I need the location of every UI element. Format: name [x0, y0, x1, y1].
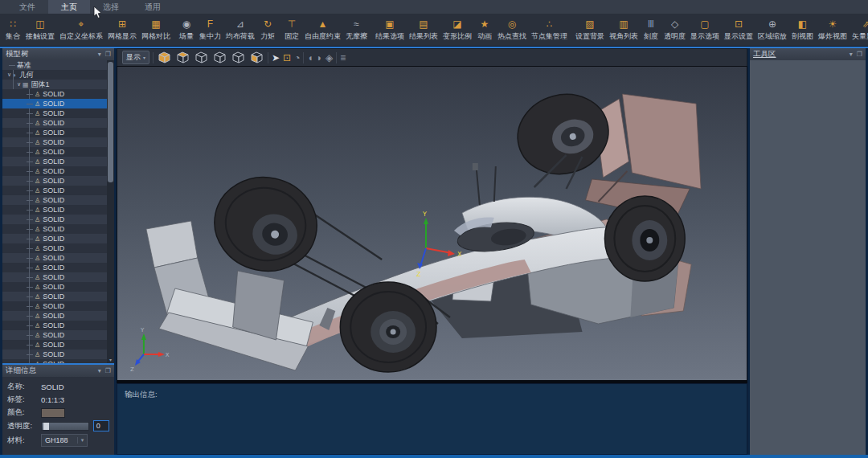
- viewport-3d[interactable]: Y X Z Y X Z: [117, 66, 747, 381]
- tree-item-solid[interactable]: ♙SOLID: [2, 89, 114, 99]
- expander-icon[interactable]: ∨: [6, 72, 13, 78]
- ribbon-item-display-settings[interactable]: ⊡显示设置: [722, 14, 755, 46]
- ribbon-item-result-options[interactable]: ▣结果选项: [373, 14, 407, 46]
- ribbon-item-exploded-view[interactable]: ☀爆炸视图: [816, 14, 850, 46]
- ribbon-item-scale[interactable]: Ⅲ刻度: [641, 14, 661, 46]
- ribbon-item-node-set-manager[interactable]: ∴节点集管理: [529, 14, 570, 46]
- tree-item-solid[interactable]: ♙SOLID: [2, 128, 114, 137]
- ribbon-item-animation[interactable]: ★动画: [474, 14, 495, 46]
- ribbon-item-mesh-compare[interactable]: ▦网格对比: [139, 14, 173, 46]
- tree-item-solid[interactable]: ♙SOLID: [2, 176, 114, 186]
- expander-icon[interactable]: ∨: [15, 81, 23, 88]
- tree-item-solid[interactable]: ♙SOLID: [2, 253, 114, 263]
- ribbon-item-background-settings[interactable]: ▨设置背景: [573, 14, 607, 46]
- tree-item-solid[interactable]: ♙SOLID: [2, 137, 114, 147]
- view-cube-wire-3-icon[interactable]: [231, 51, 246, 64]
- ribbon-item-fixed[interactable]: ⊤固定: [281, 14, 302, 46]
- ribbon-item-result-list[interactable]: ▤结果列表: [407, 14, 440, 46]
- display-mode-button[interactable]: 显示▾: [122, 51, 149, 64]
- list-toggle-icon[interactable]: ≡: [340, 50, 346, 66]
- tree-item-solid[interactable]: ♙SOLID: [2, 282, 114, 292]
- select-arrow-icon[interactable]: ➤: [272, 50, 280, 66]
- ribbon-group: ⊤固定▲自由度约束≈无摩擦: [281, 14, 370, 46]
- ribbon-item-region-zoom[interactable]: ⊕区域缩放: [755, 14, 789, 46]
- ribbon-item-display-options[interactable]: ▢显示选项: [688, 14, 722, 46]
- ribbon-item-frictionless[interactable]: ≈无摩擦: [343, 14, 370, 46]
- ribbon-item-hotspot-search[interactable]: ◎热点查找: [495, 14, 529, 46]
- ribbon-item-collection[interactable]: ∷集合: [2, 14, 23, 46]
- scrollbar-down-arrow[interactable]: ▾: [108, 357, 113, 362]
- tree-item-solid[interactable]: ♙SOLID: [2, 350, 114, 359]
- tree-item-solid[interactable]: ♙SOLID: [2, 147, 114, 157]
- ribbon-item-distributed-load[interactable]: ⊿均布荷载: [223, 14, 257, 46]
- ribbon-item-label: 集中力: [199, 31, 221, 42]
- tree-item-solid[interactable]: ♙SOLID: [2, 330, 114, 340]
- tree-item-solid[interactable]: ♙SOLID: [2, 166, 114, 176]
- slider-thumb[interactable]: [43, 423, 49, 430]
- tree-item-solid[interactable]: ♙SOLID: [2, 292, 114, 301]
- tree-item-solid[interactable]: ♙SOLID: [2, 272, 114, 282]
- tree-item-solid[interactable]: ♙SOLID: [2, 195, 114, 205]
- ribbon-item-concentrated-force[interactable]: F集中力: [197, 14, 223, 46]
- tree-item-solid[interactable]: ♙SOLID: [2, 301, 114, 311]
- transparency-slider[interactable]: [41, 422, 89, 431]
- iso-view-icon[interactable]: ◈: [326, 50, 333, 66]
- transparency-value-input[interactable]: 0: [93, 420, 109, 431]
- show-body-icon[interactable]: ◗: [317, 50, 322, 66]
- ribbon-item-deform-scale[interactable]: ◪变形比例: [440, 14, 474, 46]
- tree-item-solid-group[interactable]: ∨▦固体1: [2, 80, 114, 89]
- box-select-icon[interactable]: ⊡: [283, 50, 291, 66]
- view-cube-top-icon[interactable]: [175, 51, 190, 64]
- chevron-down-icon[interactable]: ▾: [850, 48, 853, 60]
- tree-item-solid[interactable]: ♙SOLID: [2, 118, 114, 128]
- tree-item-solid[interactable]: ♙SOLID: [2, 340, 114, 350]
- ribbon-item-label: 动画: [477, 31, 492, 42]
- ribbon-item-field-quantity[interactable]: ◉场量: [176, 14, 197, 46]
- view-cube-wire-2-icon[interactable]: [212, 51, 227, 64]
- ribbon-item-moment[interactable]: ↻力矩: [257, 14, 278, 46]
- tree-item-solid[interactable]: ♙SOLID: [2, 108, 114, 118]
- tree-item-solid[interactable]: ♙SOLID: [2, 215, 114, 224]
- ribbon-item-vector-display[interactable]: ⇗矢量显示: [850, 14, 868, 46]
- tree-item-solid[interactable]: ♙SOLID: [2, 186, 114, 195]
- tree-item-solid[interactable]: ♙SOLID: [2, 205, 114, 215]
- tab-general[interactable]: 通用: [132, 0, 174, 14]
- tree-item-solid[interactable]: ♙SOLID: [2, 321, 114, 330]
- tree-scrollbar[interactable]: ▾: [107, 60, 114, 363]
- tree-item-solid[interactable]: ♙SOLID: [2, 311, 114, 321]
- tree-item-geometry[interactable]: ∨◗几何: [2, 70, 114, 80]
- front-left-wheel: [206, 168, 326, 280]
- chevron-down-icon[interactable]: ▾: [98, 48, 101, 60]
- ribbon-item-mesh-display[interactable]: ⊞网格显示: [105, 14, 139, 46]
- ribbon-item-transparency[interactable]: ◇透明度: [661, 14, 688, 46]
- tree-item-solid[interactable]: ♙SOLID: [2, 359, 114, 363]
- tree-item-solid[interactable]: ♙SOLID: [2, 99, 114, 108]
- float-panel-icon[interactable]: ❐: [105, 365, 111, 377]
- view-cube-shaded-icon[interactable]: [157, 51, 172, 64]
- float-panel-icon[interactable]: ❐: [857, 48, 862, 60]
- tree-item-solid[interactable]: ♙SOLID: [2, 157, 114, 166]
- view-cube-front-icon[interactable]: [249, 51, 264, 64]
- tab-home[interactable]: 主页: [48, 0, 90, 14]
- tree-item-solid[interactable]: ♙SOLID: [2, 263, 114, 272]
- svg-text:X: X: [457, 251, 462, 258]
- ribbon-item-dof-constraint[interactable]: ▲自由度约束: [302, 14, 343, 46]
- tree-item-datum[interactable]: 基准: [2, 60, 114, 70]
- ribbon-item-view-list[interactable]: ▥视角列表: [607, 14, 641, 46]
- solid-body-icon: ♙: [35, 245, 40, 252]
- chevron-down-icon[interactable]: ▾: [98, 365, 101, 377]
- material-dropdown[interactable]: GH188 ▾: [41, 434, 88, 447]
- tree-item-solid[interactable]: ♙SOLID: [2, 224, 114, 234]
- ribbon-item-contact-settings[interactable]: ◫接触设置: [23, 14, 57, 46]
- tree-item-solid[interactable]: ♙SOLID: [2, 234, 114, 243]
- ribbon-item-section-view[interactable]: ◧剖视图: [789, 14, 816, 46]
- tree-item-solid[interactable]: ♙SOLID: [2, 243, 114, 253]
- hide-body-icon[interactable]: ◖: [307, 50, 313, 66]
- transparency-icon: ◇: [671, 18, 678, 31]
- float-panel-icon[interactable]: ❐: [105, 48, 111, 60]
- scrollbar-thumb[interactable]: [108, 62, 113, 182]
- tab-file[interactable]: 文件: [6, 0, 48, 14]
- view-cube-wire-1-icon[interactable]: [194, 51, 209, 64]
- rotate-select-icon[interactable]: ◔: [294, 50, 300, 66]
- color-swatch[interactable]: [41, 408, 65, 418]
